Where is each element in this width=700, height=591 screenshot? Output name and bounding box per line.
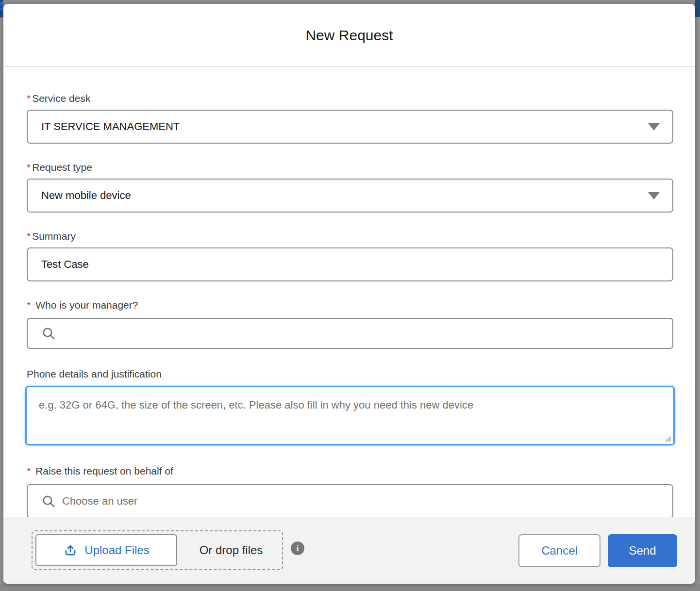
cancel-button[interactable]: Cancel — [518, 534, 600, 567]
header-divider — [3, 66, 695, 67]
chevron-down-icon — [648, 123, 660, 131]
phone-details-label: Phone details and justification — [27, 368, 162, 380]
modal-title: New Request — [3, 27, 695, 44]
required-asterisk: * — [27, 162, 31, 173]
manager-label: *Who is your manager? — [27, 299, 138, 311]
manager-search-field[interactable] — [27, 318, 673, 349]
phone-details-field — [25, 386, 675, 445]
behalf-of-search-field[interactable] — [27, 484, 673, 518]
required-asterisk: * — [27, 465, 31, 476]
behalf-of-label: *Raise this request on behalf of — [27, 465, 173, 477]
summary-value: Test Case — [41, 258, 89, 271]
modal-footer: Upload Files Or drop files i Cancel Send — [3, 517, 695, 584]
manager-search-input[interactable] — [62, 327, 643, 340]
chevron-down-icon — [648, 192, 660, 199]
upload-files-button[interactable]: Upload Files — [35, 534, 177, 566]
behalf-of-search-input[interactable] — [62, 495, 643, 508]
required-asterisk: * — [27, 299, 31, 311]
drop-files-hint: Or drop files — [180, 531, 282, 569]
request-type-select[interactable]: New mobile device — [27, 179, 673, 213]
send-button[interactable]: Send — [608, 534, 677, 567]
service-desk-label: *Service desk — [27, 93, 90, 104]
summary-label: *Summary — [27, 230, 76, 242]
required-asterisk: * — [27, 230, 31, 242]
upload-icon — [63, 543, 78, 558]
request-type-label: *Request type — [27, 162, 92, 173]
phone-details-textarea[interactable] — [25, 386, 675, 445]
modal-header: New Request — [3, 4, 695, 66]
service-desk-select[interactable]: IT SERVICE MANAGEMENT — [27, 110, 673, 144]
upload-files-label: Upload Files — [84, 543, 149, 557]
background-navy-bar — [695, 0, 700, 17]
service-desk-value: IT SERVICE MANAGEMENT — [41, 120, 180, 133]
info-icon[interactable]: i — [291, 542, 304, 555]
summary-input[interactable]: Test Case — [27, 247, 673, 281]
search-icon — [41, 494, 56, 509]
resize-handle[interactable] — [663, 434, 672, 443]
request-type-value: New mobile device — [41, 189, 131, 202]
search-icon — [41, 326, 56, 341]
background-bottom-bar — [0, 584, 700, 591]
required-asterisk: * — [27, 93, 31, 104]
new-request-modal: New Request *Service desk IT SERVICE MAN… — [3, 4, 695, 584]
background-text-fragment: A — [0, 0, 3, 17]
file-dropzone[interactable]: Upload Files Or drop files — [32, 530, 283, 570]
